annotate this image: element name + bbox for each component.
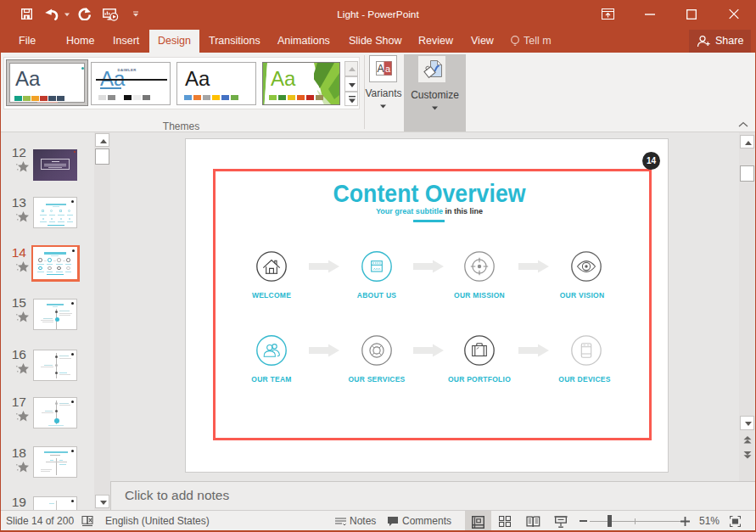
svg-text:a: a <box>385 64 391 74</box>
svg-text:A: A <box>378 63 384 75</box>
